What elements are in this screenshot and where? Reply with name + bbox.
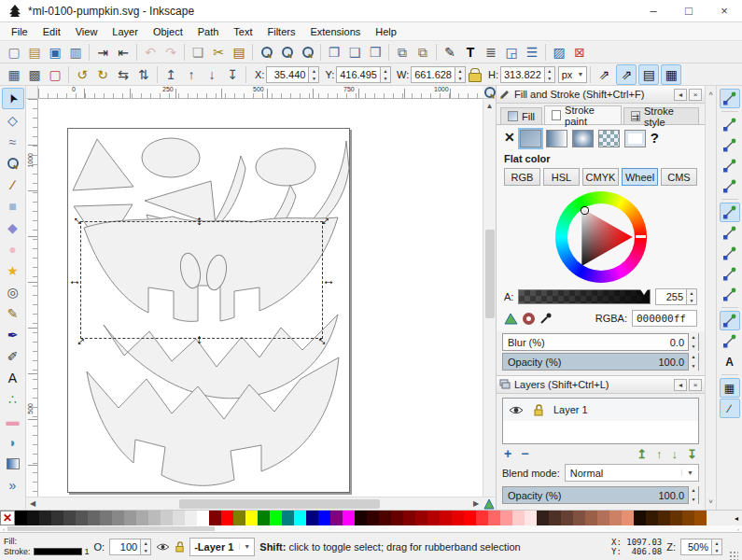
pattern-button[interactable]	[598, 130, 620, 147]
cut-icon[interactable]: ✂	[208, 42, 229, 63]
no-paint-button[interactable]: ✕	[504, 130, 515, 147]
tab-stroke-style[interactable]: ⇉Stroke style	[623, 107, 699, 124]
new-document-icon[interactable]: ▢	[4, 42, 24, 63]
palette-swatch[interactable]	[27, 511, 39, 525]
palette-swatch[interactable]	[306, 511, 318, 525]
move-gradients-toggle[interactable]: ▤	[638, 64, 659, 85]
current-layer-select[interactable]: -Layer 1▼	[189, 538, 255, 556]
palette-swatch[interactable]	[622, 511, 634, 525]
menu-view[interactable]: View	[68, 24, 105, 39]
gradient-tool[interactable]	[2, 453, 24, 474]
flip-horizontal-icon[interactable]: ⇆	[113, 64, 133, 85]
zoom-drawing-icon[interactable]	[276, 42, 297, 63]
palette-swatch[interactable]	[15, 511, 27, 525]
panel-close-button-2[interactable]: ×	[689, 379, 702, 391]
palette-swatch[interactable]	[379, 511, 391, 525]
spiral-tool[interactable]: ◎	[2, 281, 24, 302]
minimize-button[interactable]: –	[636, 0, 671, 22]
palette-swatch[interactable]	[427, 511, 440, 525]
blend-mode-select[interactable]: Normal▼	[565, 464, 699, 482]
dock-prev-button[interactable]: ◂	[674, 89, 687, 101]
palette-swatch[interactable]	[476, 511, 488, 525]
palette-swatch[interactable]	[245, 511, 258, 525]
lower-icon[interactable]: ↓	[202, 64, 222, 85]
export-icon[interactable]: ⇤	[113, 42, 133, 63]
x-field[interactable]: 35.440▲▼	[266, 66, 319, 83]
unit-select[interactable]: px▼	[558, 66, 588, 83]
palette-scrollbar[interactable]: ‹ ›	[0, 525, 742, 532]
menu-edit[interactable]: Edit	[35, 24, 68, 39]
lower-to-bottom-icon[interactable]: ↧	[222, 64, 243, 85]
rgba-field[interactable]: 000000ff	[632, 310, 697, 327]
palette-swatch[interactable]	[173, 511, 185, 525]
palette-swatch[interactable]	[63, 511, 76, 525]
zoom-page-icon[interactable]	[297, 42, 317, 63]
palette-swatch[interactable]	[646, 511, 658, 525]
paste-icon[interactable]: ▤	[229, 42, 249, 63]
save-document-icon[interactable]: ▣	[45, 42, 65, 63]
palette-scroll-right-icon[interactable]: ›	[735, 526, 742, 532]
cms-color-icon[interactable]	[504, 313, 518, 325]
unknown-paint-button[interactable]: ?	[651, 130, 659, 147]
palette-swatch[interactable]	[500, 511, 512, 525]
palette-scroll-left-icon[interactable]: ‹	[0, 526, 7, 532]
mode-wheel-button[interactable]: Wheel	[622, 168, 658, 186]
palette-swatch[interactable]	[452, 511, 464, 525]
snap-guides[interactable]: ∕	[720, 399, 740, 418]
open-document-icon[interactable]: ▤	[24, 42, 45, 63]
calligraphy-tool[interactable]: ✐	[2, 345, 24, 367]
palette-swatch[interactable]	[209, 511, 221, 525]
dock-scroll-up-icon[interactable]: ˄	[708, 90, 713, 98]
import-icon[interactable]: ⇥	[92, 42, 113, 63]
layer-lower-button[interactable]: ↓	[672, 448, 679, 460]
tab-stroke-paint[interactable]: Stroke paint	[544, 105, 622, 124]
layer-visibility-icon[interactable]	[509, 405, 524, 415]
opacity-field[interactable]: 100▲▼	[109, 539, 151, 555]
swatch-button[interactable]	[624, 130, 646, 147]
maximize-button[interactable]: □	[671, 0, 707, 22]
palette-swatch[interactable]	[609, 511, 622, 525]
palette-swatch[interactable]	[415, 511, 427, 525]
palette-swatch[interactable]	[549, 511, 561, 525]
palette-swatch[interactable]	[221, 511, 233, 525]
clone-icon[interactable]: ❑	[344, 42, 365, 63]
palette-swatch[interactable]	[585, 511, 597, 525]
color-picker-icon[interactable]	[539, 312, 553, 325]
document-properties-icon[interactable]: ▨	[549, 42, 569, 63]
layer-raise-button[interactable]: ↑	[656, 448, 663, 460]
color-marker[interactable]	[581, 207, 588, 214]
scroll-up-icon[interactable]: ▲	[483, 99, 496, 112]
palette-swatch[interactable]	[185, 511, 197, 525]
add-layer-button[interactable]: +	[504, 447, 511, 460]
menu-text[interactable]: Text	[226, 24, 259, 39]
remove-layer-button[interactable]: −	[521, 447, 528, 460]
palette-swatch[interactable]	[597, 511, 609, 525]
palette-swatch[interactable]	[670, 511, 682, 525]
zoom-selection-icon[interactable]	[256, 42, 276, 63]
palette-swatch[interactable]	[682, 511, 694, 525]
palette-swatch[interactable]	[51, 511, 63, 525]
object-opacity-slider[interactable]: Opacity (%) 100.0 ▲▼	[502, 353, 699, 371]
panel-close-button[interactable]: ×	[689, 89, 702, 101]
snap-grid[interactable]: ▦	[720, 378, 740, 398]
scale-handle-w[interactable]: ↔	[68, 273, 81, 287]
palette-swatch[interactable]	[282, 511, 294, 525]
group-objects-icon[interactable]: ⧉	[392, 42, 413, 63]
bucket-tool[interactable]: ◗	[2, 431, 24, 453]
h-field[interactable]: 313.822▲▼	[500, 66, 555, 83]
palette-swatch[interactable]	[318, 511, 330, 525]
fill-stroke-indicator[interactable]: Fill: Stroke: 1	[4, 537, 90, 556]
palette-swatch[interactable]	[100, 511, 112, 525]
spray-tool[interactable]: ∴	[2, 388, 24, 410]
resize-grip[interactable]	[729, 551, 738, 560]
layer-to-top-button[interactable]: ↥	[637, 448, 647, 460]
vscroll-thumb[interactable]	[485, 230, 495, 318]
tweak-tool[interactable]: ≈	[2, 131, 24, 152]
align-dialog-icon[interactable]: ☰	[522, 42, 542, 63]
duplicate-icon[interactable]: ❐	[324, 42, 344, 63]
scale-handle-n[interactable]: ↕	[196, 214, 203, 227]
palette-swatch[interactable]	[258, 511, 270, 525]
menu-file[interactable]: File	[4, 24, 35, 39]
rectangle-tool[interactable]: ■	[2, 195, 24, 217]
palette-swatch[interactable]	[343, 511, 355, 525]
